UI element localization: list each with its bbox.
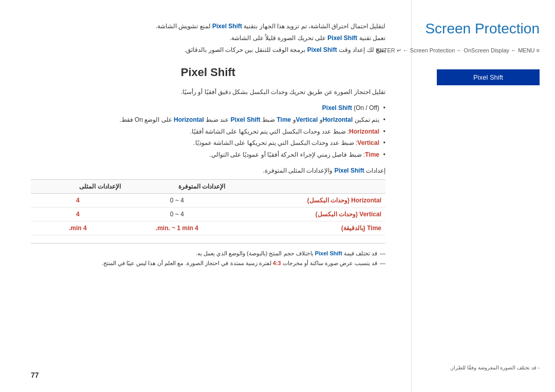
list-item: Time: ضبط فاصل زمني لإجراء الحركة أفقيًا… xyxy=(31,149,385,161)
page-number: 77 xyxy=(31,371,39,379)
footer-note: قد تختلف قيمة Pixel Shift باختلاف حجم ال… xyxy=(31,249,385,258)
page-container: لتقليل احتمال احتراق الشاشة، تم تزويد هذ… xyxy=(0,0,555,392)
divider xyxy=(31,243,385,244)
row-available: 4 min. ~ 1 min. xyxy=(125,221,229,235)
list-item: Horizontal: ضبط عدد وحدات البكسل التي يت… xyxy=(31,126,385,138)
table-row-time: Time (بالدقيقة) 4 min. ~ 1 min. 4 min. xyxy=(31,221,385,235)
row-label: Time (بالدقيقة) xyxy=(229,221,385,235)
row-available: 4 ~ 0 xyxy=(125,207,229,221)
list-item: يتم تمكين Horizontalو Verticalو Time ضبط… xyxy=(31,114,385,126)
bullet-list: Pixel Shift (On / Off) يتم تمكين Horizon… xyxy=(31,102,385,161)
row-ideal: 4 min. xyxy=(31,221,125,235)
list-item: Pixel Shift (On / Off) xyxy=(31,102,385,114)
table-row: Vertical (وحدات البكسل) 4 ~ 0 4 xyxy=(31,207,385,221)
list-item: Vertical: ضبط عدد وحدات البكسل التي يتم … xyxy=(31,137,385,149)
screen-protection-title: Screen Protection xyxy=(425,21,540,37)
row-available: 4 ~ 0 xyxy=(125,193,229,207)
footer-note: قد يتسبب عرض صورة ساكنة أو مخرجات 4:3 لف… xyxy=(31,258,385,268)
section-title: Pixel Shift xyxy=(31,66,385,79)
data-table: الإعدادات المتوفرة الإعدادات المثلى Hori… xyxy=(31,179,385,235)
sidebar: Screen Protection ENTER ↵ ← Screen Prote… xyxy=(411,0,555,392)
main-content: لتقليل احتمال احتراق الشاشة، تم تزويد هذ… xyxy=(0,0,411,392)
row-label: Vertical (وحدات البكسل) xyxy=(229,207,385,221)
row-ideal: 4 xyxy=(31,207,125,221)
row-ideal: 4 xyxy=(31,193,125,207)
col-header-available: الإعدادات المتوفرة xyxy=(125,179,229,193)
footer-notes: قد تختلف قيمة Pixel Shift باختلاف حجم ال… xyxy=(31,249,385,268)
col-header-label xyxy=(229,179,385,193)
sidebar-note: - قد تختلف الصورة المعروضة وفقًا للطراز. xyxy=(450,364,540,371)
pixel-shift-button[interactable]: Pixel Shift xyxy=(437,69,540,85)
row-label: Horizontal (وحدات البكسل) xyxy=(229,193,385,207)
intro-text: لتقليل احتمال احتراق الشاشة، تم تزويد هذ… xyxy=(31,21,385,55)
table-intro: إعدادات Pixel Shift والإعدادات المثلى ال… xyxy=(31,167,385,174)
description: تقليل احتجاز الصورة عن طريق تحريك وحدات … xyxy=(31,87,385,98)
col-header-ideal: الإعدادات المثلى xyxy=(31,179,125,193)
table-row: Horizontal (وحدات البكسل) 4 ~ 0 4 xyxy=(31,193,385,207)
